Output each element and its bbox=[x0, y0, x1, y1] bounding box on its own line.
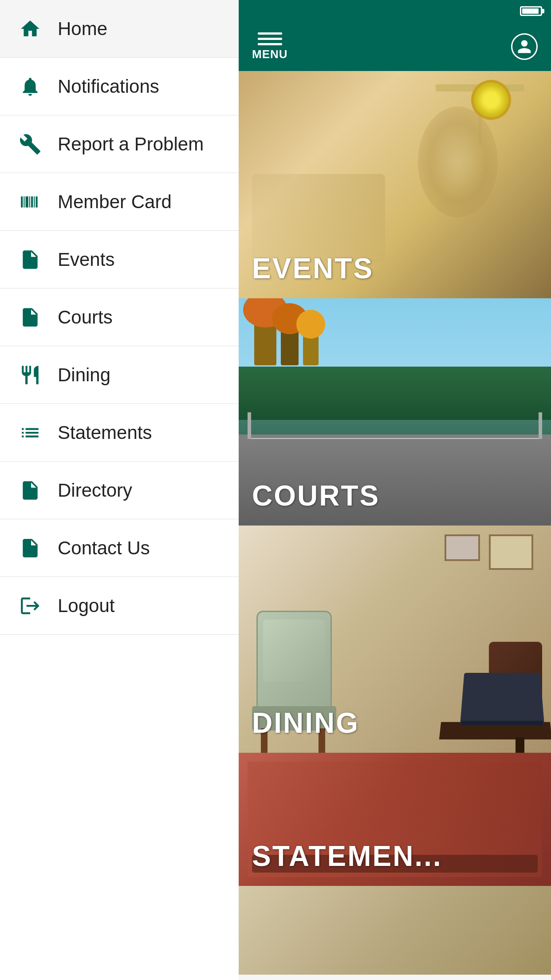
sidebar-item-home[interactable]: Home bbox=[0, 0, 239, 58]
sidebar-item-statements-label: Statements bbox=[58, 422, 152, 443]
home-icon bbox=[18, 16, 42, 41]
statements-panel[interactable]: STATEMEN... bbox=[239, 753, 551, 886]
battery-icon bbox=[520, 6, 542, 16]
courts-panel-label: COURTS bbox=[252, 479, 380, 512]
fork-icon bbox=[18, 363, 42, 387]
list-icon bbox=[18, 420, 42, 445]
sidebar-item-directory[interactable]: Directory bbox=[0, 462, 239, 519]
sidebar-item-events[interactable]: Events bbox=[0, 231, 239, 288]
directory-document-icon bbox=[18, 478, 42, 502]
sidebar-item-member-card-label: Member Card bbox=[58, 191, 172, 213]
sidebar-item-report-problem-label: Report a Problem bbox=[58, 134, 204, 155]
partial-panel[interactable] bbox=[239, 886, 551, 975]
sidebar-item-notifications[interactable]: Notifications bbox=[0, 58, 239, 115]
menu-button[interactable]: MENU bbox=[252, 32, 288, 61]
events-panel-label: EVENTS bbox=[252, 252, 374, 285]
menu-label: MENU bbox=[252, 47, 288, 61]
courts-panel[interactable]: COURTS bbox=[239, 298, 551, 526]
sidebar-item-courts[interactable]: Courts bbox=[0, 288, 239, 346]
sidebar-item-logout[interactable]: Logout bbox=[0, 577, 239, 635]
sidebar-item-courts-label: Courts bbox=[58, 307, 113, 328]
sidebar-item-contact-us[interactable]: Contact Us bbox=[0, 519, 239, 577]
events-document-icon bbox=[18, 247, 42, 272]
sidebar-item-dining-label: Dining bbox=[58, 364, 110, 386]
sidebar-item-dining[interactable]: Dining bbox=[0, 346, 239, 404]
sidebar-item-home-label: Home bbox=[58, 18, 107, 40]
sidebar-item-logout-label: Logout bbox=[58, 595, 114, 616]
profile-icon bbox=[516, 39, 532, 55]
header: MENU bbox=[239, 22, 551, 71]
statements-panel-label: STATEMEN... bbox=[252, 840, 442, 873]
contact-document-icon bbox=[18, 536, 42, 560]
sidebar-item-contact-us-label: Contact Us bbox=[58, 537, 150, 559]
barcode-icon bbox=[18, 190, 42, 214]
logout-icon bbox=[18, 593, 42, 618]
sidebar-item-directory-label: Directory bbox=[58, 480, 132, 501]
content-panels: EVENTS bbox=[239, 71, 551, 980]
status-bar bbox=[239, 0, 551, 22]
bell-icon bbox=[18, 74, 42, 99]
sidebar-item-events-label: Events bbox=[58, 249, 114, 270]
dining-panel[interactable]: DINING bbox=[239, 526, 551, 753]
sidebar-item-report-problem[interactable]: Report a Problem bbox=[0, 115, 239, 173]
sidebar-item-notifications-label: Notifications bbox=[58, 76, 159, 97]
dining-panel-label: DINING bbox=[252, 707, 359, 739]
sidebar-item-member-card[interactable]: Member Card bbox=[0, 173, 239, 231]
menu-lines-icon bbox=[258, 32, 282, 45]
profile-button[interactable] bbox=[511, 33, 538, 60]
sidebar-item-statements[interactable]: Statements bbox=[0, 404, 239, 462]
courts-document-icon bbox=[18, 305, 42, 329]
wrench-icon bbox=[18, 132, 42, 156]
events-panel[interactable]: EVENTS bbox=[239, 71, 551, 298]
sidebar: Home Notifications Report a Problem Memb… bbox=[0, 0, 239, 980]
